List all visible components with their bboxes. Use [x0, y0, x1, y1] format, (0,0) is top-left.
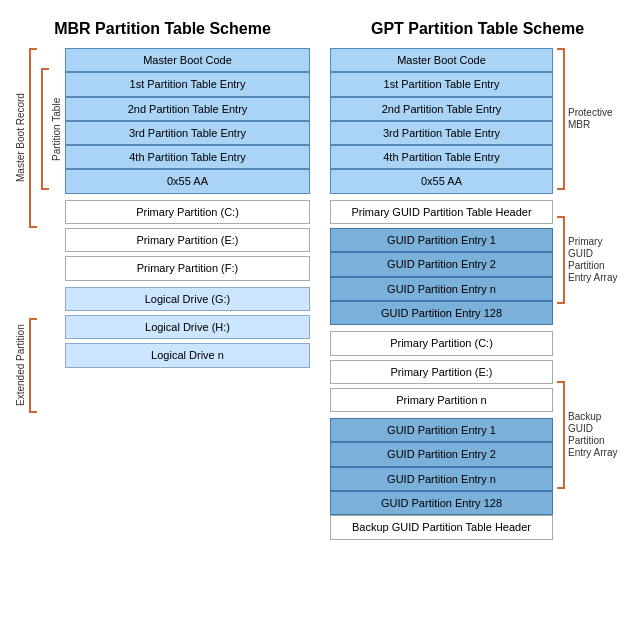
mbr-master-boot-code: Master Boot Code [65, 48, 310, 72]
main-container: MBR Partition Table Scheme Master Boot R… [10, 10, 630, 550]
mbr-extended-partition-label: Extended Partition [15, 318, 27, 413]
gpt-guid-entry1-2: GUID Partition Entry 2 [330, 252, 553, 276]
gpt-partition-entry-2: 2nd Partition Table Entry [330, 97, 553, 121]
gpt-backup-guid-array-label: Backup GUID Partition Entry Array [568, 411, 625, 459]
mbr-logical-drive-n: Logical Drive n [65, 343, 310, 367]
mbr-column: MBR Partition Table Scheme Master Boot R… [15, 20, 310, 540]
gpt-guid-entry1-128: GUID Partition Entry 128 [330, 301, 553, 325]
gpt-signature: 0x55 AA [330, 169, 553, 193]
gpt-title: GPT Partition Table Scheme [330, 20, 625, 38]
mbr-partition-entry-2: 2nd Partition Table Entry [65, 97, 310, 121]
mbr-master-boot-record-label: Master Boot Record [15, 48, 27, 228]
gpt-protective-mbr-label: Protective MBR [568, 107, 620, 131]
mbr-logical-drive-g: Logical Drive (G:) [65, 287, 310, 311]
mbr-partition-entry-1: 1st Partition Table Entry [65, 72, 310, 96]
gpt-backup-guid-header: Backup GUID Partition Table Header [330, 515, 553, 539]
mbr-blocks: Master Boot Code 1st Partition Table Ent… [65, 48, 310, 368]
gpt-guid-entry2-2: GUID Partition Entry 2 [330, 442, 553, 466]
mbr-title: MBR Partition Table Scheme [15, 20, 310, 38]
gpt-guid-entry2-1: GUID Partition Entry 1 [330, 418, 553, 442]
mbr-signature: 0x55 AA [65, 169, 310, 193]
gpt-primary-partition-c: Primary Partition (C:) [330, 331, 553, 355]
gpt-blocks: Master Boot Code 1st Partition Table Ent… [330, 48, 553, 540]
mbr-primary-partition-c: Primary Partition (C:) [65, 200, 310, 224]
mbr-partition-table-label: Partition Table [51, 68, 63, 190]
gpt-primary-partition-e: Primary Partition (E:) [330, 360, 553, 384]
mbr-logical-drive-h: Logical Drive (H:) [65, 315, 310, 339]
mbr-primary-partition-e: Primary Partition (E:) [65, 228, 310, 252]
mbr-partition-entry-3: 3rd Partition Table Entry [65, 121, 310, 145]
mbr-partition-entry-4: 4th Partition Table Entry [65, 145, 310, 169]
mbr-primary-partition-f: Primary Partition (F:) [65, 256, 310, 280]
gpt-partition-entry-4: 4th Partition Table Entry [330, 145, 553, 169]
mbr-outer: Master Boot Record Extended Partition [15, 48, 310, 413]
gpt-partition-entry-3: 3rd Partition Table Entry [330, 121, 553, 145]
gpt-guid-entry2-n: GUID Partition Entry n [330, 467, 553, 491]
gpt-primary-guid-header: Primary GUID Partition Table Header [330, 200, 553, 224]
gpt-primary-guid-array-label: Primary GUID Partition Entry Array [568, 236, 625, 284]
gpt-primary-partition-n: Primary Partition n [330, 388, 553, 412]
gpt-column: GPT Partition Table Scheme Master Boot C… [330, 20, 625, 540]
gpt-guid-entry2-128: GUID Partition Entry 128 [330, 491, 553, 515]
gpt-guid-entry1-1: GUID Partition Entry 1 [330, 228, 553, 252]
gpt-master-boot-code: Master Boot Code [330, 48, 553, 72]
gpt-guid-entry1-n: GUID Partition Entry n [330, 277, 553, 301]
gpt-partition-entry-1: 1st Partition Table Entry [330, 72, 553, 96]
